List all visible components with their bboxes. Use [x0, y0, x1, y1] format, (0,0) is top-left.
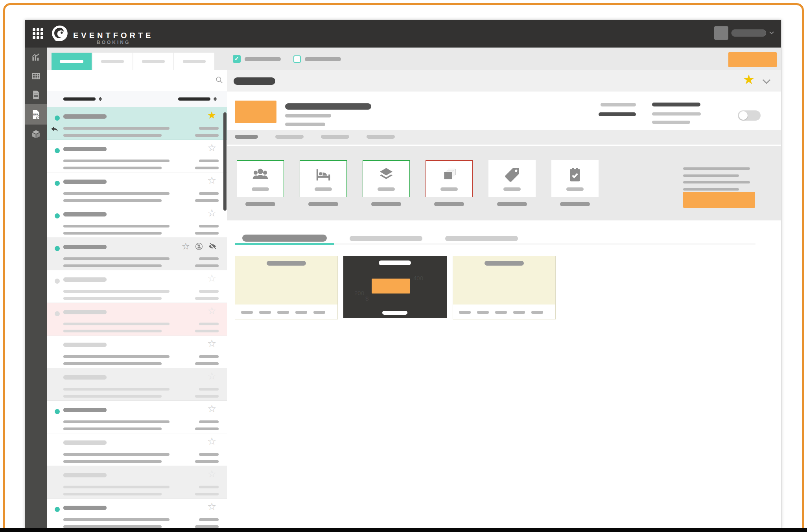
user-block-icon[interactable]	[195, 242, 203, 251]
redacted-text	[63, 257, 170, 260]
favorite-star-icon[interactable]	[207, 370, 216, 382]
event-thumbnail	[235, 101, 276, 123]
list-item[interactable]	[47, 270, 227, 303]
search-input[interactable]	[47, 70, 227, 91]
filter-option[interactable]	[293, 55, 341, 63]
gallery-tab[interactable]	[350, 236, 422, 241]
view-tab[interactable]	[52, 53, 92, 70]
hide-eye-icon[interactable]	[208, 242, 217, 251]
favorite-star-icon[interactable]	[207, 109, 216, 121]
detail-subtab[interactable]	[367, 135, 395, 139]
favorite-star-icon[interactable]	[207, 207, 216, 219]
gallery-tab[interactable]	[242, 235, 327, 242]
sidebar-item[interactable]	[25, 48, 47, 66]
row-hover-actions: ☆	[181, 242, 217, 251]
card-value-redacted	[503, 187, 521, 191]
view-tab[interactable]	[92, 53, 133, 70]
redacted-text	[683, 174, 739, 177]
open-report-button[interactable]	[372, 279, 410, 294]
gallery-tab[interactable]	[445, 236, 518, 241]
detail-subtab[interactable]	[235, 135, 258, 139]
card-label-redacted	[497, 202, 527, 206]
report-thumbnail-2-selected[interactable]: 400 200 $	[343, 256, 447, 318]
list-item[interactable]	[47, 303, 227, 336]
sidebar-item[interactable]: RFP	[25, 104, 47, 125]
sort-column-2[interactable]	[178, 91, 217, 107]
list-item[interactable]	[47, 172, 227, 205]
favorite-star-icon[interactable]	[207, 272, 216, 284]
primary-action-button[interactable]	[728, 52, 777, 67]
favorite-star-icon[interactable]	[207, 337, 216, 350]
sidebar-item[interactable]	[25, 125, 47, 143]
favorite-star-icon[interactable]	[207, 435, 216, 448]
list-item[interactable]	[47, 336, 227, 368]
category-card[interactable]	[363, 160, 410, 206]
favorite-star-icon[interactable]	[207, 141, 216, 154]
detail-subtab[interactable]	[275, 135, 304, 139]
category-card[interactable]	[488, 160, 536, 206]
view-tab[interactable]	[133, 53, 173, 70]
category-card-box[interactable]	[237, 160, 284, 197]
category-card-box[interactable]	[426, 160, 473, 197]
chevron-down-icon[interactable]	[768, 29, 776, 37]
redacted-text	[63, 427, 162, 430]
redacted-value	[195, 362, 219, 365]
redacted-text	[63, 395, 162, 398]
category-card-box[interactable]	[363, 160, 410, 197]
sidebar-item[interactable]	[25, 66, 47, 85]
favorite-star-icon[interactable]	[207, 305, 216, 317]
user-menu[interactable]	[714, 26, 776, 40]
tab-label-redacted	[183, 60, 206, 63]
category-card[interactable]	[237, 160, 284, 206]
view-tab[interactable]	[174, 53, 214, 70]
list-item[interactable]	[47, 499, 227, 528]
list-item[interactable]	[47, 466, 227, 499]
column-label-redacted	[63, 97, 96, 101]
category-card-box[interactable]	[300, 160, 347, 197]
tick-label-redacted	[513, 311, 525, 314]
checkbox[interactable]	[233, 55, 241, 63]
list-item[interactable]	[47, 433, 227, 466]
favorite-star-icon[interactable]	[207, 500, 216, 513]
brand-logo: EVENTFORTE BOOKING	[49, 22, 153, 45]
category-card-box[interactable]	[551, 160, 599, 197]
favorite-star-icon[interactable]	[207, 468, 216, 480]
avatar[interactable]	[714, 26, 728, 40]
category-card[interactable]	[426, 160, 473, 206]
list-item[interactable]	[47, 205, 227, 238]
favorite-star-icon[interactable]: ★	[743, 72, 755, 87]
redacted-text	[285, 114, 331, 117]
report-thumbnail-1[interactable]	[235, 256, 338, 319]
collapse-chevron-icon[interactable]	[760, 75, 773, 88]
redacted-value	[195, 460, 219, 463]
list-item[interactable]	[47, 401, 227, 433]
detail-subtab[interactable]	[321, 135, 349, 139]
toggle-switch[interactable]	[738, 110, 761, 121]
sort-column-1[interactable]	[63, 91, 102, 107]
panel-action-button[interactable]	[683, 192, 755, 208]
list-item[interactable]: ☆	[47, 238, 227, 270]
category-card[interactable]	[300, 160, 347, 206]
redacted-text	[63, 127, 170, 130]
report-thumbnail-3[interactable]	[453, 256, 556, 319]
rfp-list-panel: ☆	[47, 70, 227, 528]
redacted-value	[195, 525, 219, 528]
username-redacted	[731, 29, 766, 37]
filter-option[interactable]	[233, 55, 281, 63]
category-card[interactable]	[551, 160, 599, 206]
list-item[interactable]	[47, 107, 227, 140]
favorite-star-icon[interactable]	[207, 402, 216, 415]
list-scrollbar[interactable]	[223, 112, 227, 211]
tick-label-redacted	[313, 311, 325, 314]
checkbox[interactable]	[293, 55, 301, 63]
redacted-value	[195, 134, 219, 137]
favorite-star-icon[interactable]	[207, 174, 216, 187]
star-icon[interactable]: ☆	[181, 242, 190, 251]
sidebar-item[interactable]	[25, 85, 47, 104]
list-item[interactable]	[47, 368, 227, 401]
redacted-text	[63, 355, 170, 358]
redacted-text	[683, 181, 750, 183]
list-item[interactable]	[47, 140, 227, 172]
apps-grid-icon[interactable]	[33, 28, 43, 39]
category-card-box[interactable]	[488, 160, 536, 197]
